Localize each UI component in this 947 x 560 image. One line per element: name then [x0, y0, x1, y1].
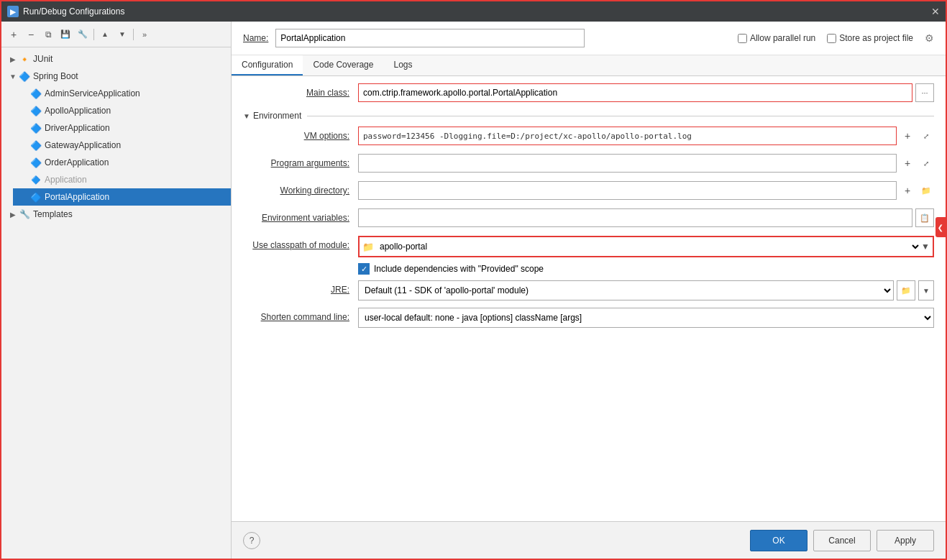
add-config-button[interactable]: + [6, 27, 22, 42]
order-label: OrderApplication [45, 157, 109, 167]
jre-row: JRE: Default (11 - SDK of 'apollo-portal… [243, 280, 934, 302]
close-button[interactable]: ✕ [931, 6, 940, 17]
allow-parallel-checkbox[interactable] [738, 34, 747, 43]
move-down-button[interactable]: ▼ [114, 27, 130, 42]
module-select[interactable]: apollo-portal [377, 237, 921, 256]
driver-icon: 🔷 [30, 122, 42, 134]
working-dir-add-button[interactable]: + [900, 183, 915, 198]
name-input[interactable] [275, 29, 585, 47]
sidebar-item-templates[interactable]: ▶ 🔧 Templates [1, 206, 231, 223]
junit-label: JUnit [33, 54, 52, 64]
save-config-button[interactable]: 💾 [58, 27, 73, 42]
jre-dropdown-button[interactable]: ▼ [918, 280, 934, 300]
sidebar-item-gateway[interactable]: ▶ 🔷 GatewayApplication [13, 137, 231, 154]
toolbar-separator-2 [133, 29, 134, 40]
tab-logs[interactable]: Logs [383, 55, 422, 75]
env-vars-input[interactable] [358, 208, 912, 227]
tab-configuration[interactable]: Configuration [232, 55, 303, 75]
wrench-config-button[interactable]: 🔧 [75, 27, 91, 42]
apply-button[interactable]: Apply [877, 530, 934, 551]
run-debug-dialog: ▶ Run/Debug Configurations ✕ + − ⧉ 💾 🔧 ▲… [0, 0, 947, 560]
bottom-bar: ? OK Cancel Apply [232, 521, 946, 559]
sidebar-item-portal[interactable]: ▶ 🔷 PortalApplication [13, 188, 231, 206]
main-class-row: Main class: ··· [243, 83, 934, 105]
sidebar-item-application[interactable]: ▶ 🔷 Application [13, 171, 231, 188]
spring-boot-children: ▶ 🔷 AdminServiceApplication ▶ 🔷 ApolloAp… [1, 85, 231, 206]
allow-parallel-row: Allow parallel run [738, 33, 815, 43]
vm-options-row: VM options: + ⤢ [243, 127, 934, 148]
sidebar-item-driver[interactable]: ▶ 🔷 DriverApplication [13, 119, 231, 137]
working-dir-browse-button[interactable]: 📁 [918, 183, 934, 198]
right-panel: Name: Allow parallel run Store as projec… [232, 22, 946, 559]
sidebar-item-spring-boot[interactable]: ▼ 🔷 Spring Boot [1, 68, 231, 85]
main-class-input[interactable] [358, 83, 912, 102]
junit-expand-arrow: ▶ [7, 53, 19, 65]
env-vars-browse-button[interactable]: 📋 [915, 208, 934, 227]
working-dir-input-wrap: + 📁 [358, 181, 934, 200]
jre-input-wrap: Default (11 - SDK of 'apollo-portal' mod… [358, 280, 934, 300]
options-group: Allow parallel run Store as project file… [738, 32, 934, 44]
name-label: Name: [243, 33, 268, 43]
jre-browse-button[interactable]: 📁 [897, 280, 915, 300]
scroll-tab[interactable]: ❯ [935, 217, 946, 237]
env-vars-label: Environment variables: [243, 208, 358, 223]
gear-icon[interactable]: ⚙ [925, 32, 934, 44]
portal-label: PortalApplication [45, 192, 109, 202]
working-dir-input[interactable] [358, 181, 897, 200]
cancel-button[interactable]: Cancel [813, 530, 871, 551]
include-deps-checkbox[interactable] [358, 263, 370, 275]
program-args-label: Program arguments: [243, 154, 358, 168]
vm-options-add-button[interactable]: + [900, 128, 915, 144]
module-select-wrapper: 📁 apollo-portal ▼ [358, 236, 934, 257]
move-up-button[interactable]: ▲ [97, 27, 113, 42]
module-icon: 📁 [360, 242, 377, 252]
allow-parallel-label: Allow parallel run [750, 33, 815, 43]
ok-button[interactable]: OK [750, 530, 808, 551]
env-vars-row: Environment variables: 📋 [243, 208, 934, 230]
env-vars-label-text: Environment variables: [262, 213, 349, 223]
main-class-browse-button[interactable]: ··· [915, 83, 934, 102]
remove-config-button[interactable]: − [23, 27, 39, 42]
vm-options-input-wrap: + ⤢ [358, 127, 934, 145]
program-args-add-button[interactable]: + [900, 155, 915, 171]
copy-config-button[interactable]: ⧉ [40, 27, 56, 42]
sidebar-item-junit[interactable]: ▶ 🔸 JUnit [1, 50, 231, 68]
vm-options-label-text: VM options: [304, 131, 349, 141]
program-args-input[interactable] [358, 154, 897, 173]
environment-section-line [307, 116, 934, 116]
gateway-icon: 🔷 [30, 139, 42, 151]
vm-options-input[interactable] [358, 127, 897, 145]
program-args-expand-button[interactable]: ⤢ [918, 155, 934, 171]
sidebar-item-order[interactable]: ▶ 🔷 OrderApplication [13, 154, 231, 171]
shorten-cmd-select[interactable]: user-local default: none - java [options… [358, 308, 934, 328]
sidebar-toolbar: + − ⧉ 💾 🔧 ▲ ▼ » [1, 22, 231, 47]
vm-options-label: VM options: [243, 127, 358, 141]
more-button[interactable]: » [137, 27, 152, 42]
admin-service-label: AdminServiceApplication [45, 88, 140, 98]
program-args-label-text: Program arguments: [271, 158, 349, 168]
dialog-title: Run/Debug Configurations [23, 6, 931, 17]
sidebar-item-admin-service[interactable]: ▶ 🔷 AdminServiceApplication [13, 85, 231, 102]
jre-label: JRE: [243, 280, 358, 295]
application-label: Application [45, 175, 87, 185]
environment-expand-arrow[interactable]: ▼ [243, 112, 250, 120]
action-buttons: OK Cancel Apply [750, 530, 934, 551]
main-class-label: Main class: [243, 83, 358, 98]
main-class-label-text: Main class: [306, 88, 349, 98]
tab-code-coverage[interactable]: Code Coverage [303, 55, 383, 75]
templates-label: Templates [33, 209, 73, 219]
jre-select[interactable]: Default (11 - SDK of 'apollo-portal' mod… [358, 280, 894, 300]
tabs-row: Configuration Code Coverage Logs [232, 55, 946, 76]
config-panel: Main class: ··· ▼ Environment VM [232, 76, 946, 521]
sidebar: + − ⧉ 💾 🔧 ▲ ▼ » ▶ 🔸 JUnit [1, 22, 232, 559]
shorten-cmd-label-text: Shorten command line: [261, 312, 349, 322]
templates-expand-arrow: ▶ [7, 208, 19, 220]
program-args-row: Program arguments: + ⤢ [243, 154, 934, 175]
main-class-input-wrap: ··· [358, 83, 934, 102]
help-button[interactable]: ? [243, 532, 260, 549]
store-as-project-checkbox[interactable] [827, 34, 836, 43]
environment-section-header: ▼ Environment [243, 111, 934, 121]
sidebar-item-apollo[interactable]: ▶ 🔷 ApolloApplication [13, 102, 231, 119]
spring-boot-expand-arrow: ▼ [7, 70, 19, 82]
vm-options-expand-button[interactable]: ⤢ [918, 128, 934, 144]
